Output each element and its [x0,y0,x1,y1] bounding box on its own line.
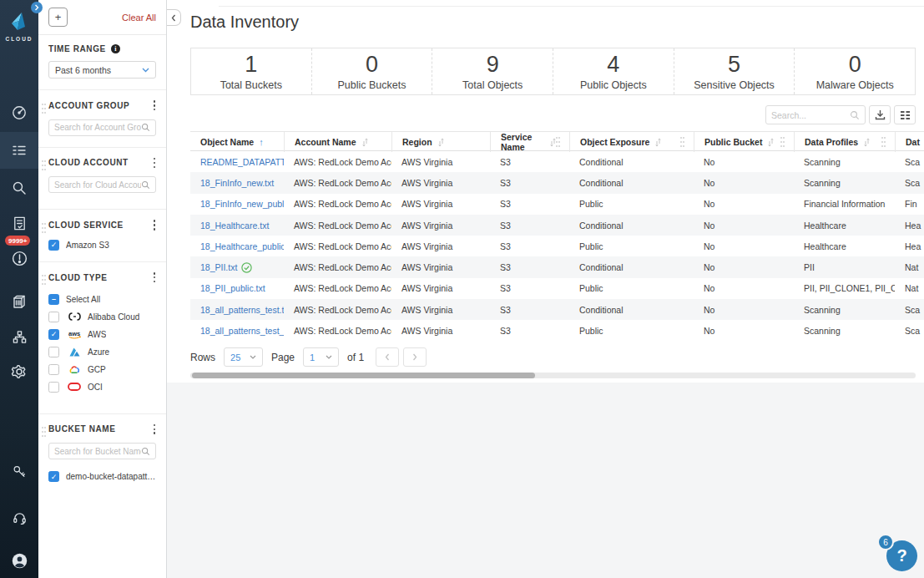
drag-handle-icon[interactable] [41,160,46,172]
table-cell: S3 [490,256,569,277]
drag-handle-icon[interactable] [41,102,46,114]
sidebar-item-support[interactable] [0,502,38,534]
gcp-label: GCP [88,365,106,374]
filter-panel-collapse-button[interactable] [167,9,181,26]
column-header-public-bucket[interactable]: Public Bucket [694,132,794,152]
investigate-search-icon [11,180,28,196]
column-header-service-name[interactable]: Service Name [490,132,569,152]
kebab-menu-icon[interactable] [153,423,157,436]
sort-ascending-icon: ↑ [259,137,264,147]
search-icon [850,110,860,120]
table-cell: S3 [490,215,569,236]
object-name-link[interactable]: 18_all_patterns_test.txt [200,305,284,315]
clear-all-filters-button[interactable]: Clear All [122,13,156,23]
sidebar-item-investigate[interactable] [0,172,38,204]
column-header-object-name[interactable]: Object Name↑ [190,132,284,152]
horizontal-scrollbar-thumb[interactable] [192,373,535,378]
aws-checkbox[interactable] [48,329,59,340]
column-header-data-profiles[interactable]: Data Profiles [794,132,895,152]
page-select[interactable]: 1 [303,347,339,367]
column-header-account-name[interactable]: Account Name [284,132,391,152]
drag-handle-icon[interactable] [41,274,46,286]
table-row: 18_Healthcare.txtAWS: RedLock Demo Acc..… [190,215,924,236]
sidebar-item-profile[interactable] [0,545,38,576]
sidebar-item-asset-inventory[interactable] [0,286,38,317]
object-name-link[interactable]: 18_PII_public.txt [200,283,265,293]
sort-updown-icon [655,138,661,147]
table-row: 18_all_patterns_test_publ...AWS: RedLock… [190,320,924,341]
bucket-name-search-input[interactable] [54,447,141,456]
cloud-account-search-input[interactable] [54,180,141,190]
column-header-object-exposure[interactable]: Object Exposure [569,132,694,152]
sidebar-item-compliance[interactable] [0,207,38,239]
bucket-checkbox[interactable] [48,471,59,482]
drag-handle-icon[interactable] [41,221,46,234]
object-name-link[interactable]: 18_Healthcare_public.txt [200,241,284,251]
time-range-select[interactable]: Past 6 months [48,61,156,79]
table-cell: AWS Virginia [391,215,490,236]
bucket-name-title: BUCKET NAME [48,424,116,434]
cloud-type-section: CLOUD TYPE Select All Alibaba Cloud aws [38,262,166,414]
kebab-menu-icon[interactable] [153,99,157,112]
question-mark-icon: ? [896,546,906,565]
sort-updown-icon [768,138,774,147]
search-icon [141,447,150,456]
column-drag-handle-icon[interactable] [556,136,561,149]
amazon-s3-label: Amazon S3 [66,241,109,250]
sidebar-item-inventory-active[interactable] [0,132,38,169]
object-name-link[interactable]: 18_FinInfo_new.txt [200,178,274,188]
account-group-search-input[interactable] [54,123,141,132]
table-cell: AWS: RedLock Demo Acc... [284,215,391,236]
object-name-cell: README_DATAPATTER... [190,151,284,172]
azure-checkbox[interactable] [48,347,59,357]
column-drag-handle-icon[interactable] [680,136,685,149]
select-all-checkbox[interactable] [48,294,59,305]
add-filter-button[interactable]: + [48,8,68,27]
amazon-s3-checkbox[interactable] [48,240,59,251]
download-button[interactable] [869,105,891,124]
alibaba-cloud-checkbox[interactable] [48,312,59,322]
sidebar-item-access-keys[interactable] [0,456,38,488]
column-settings-button[interactable] [894,105,916,124]
table-search-input[interactable] [771,110,850,120]
oci-checkbox[interactable] [48,382,59,393]
column-drag-handle-icon[interactable] [780,136,785,149]
table-cell: No [694,215,794,236]
object-name-cell: 18_Healthcare.txt [190,215,284,236]
sidebar-item-settings[interactable] [0,356,38,388]
object-name-cell: 18_all_patterns_test_publ... [190,320,284,341]
object-name-link[interactable]: 18_Healthcare.txt [200,221,269,231]
object-name-link[interactable]: 18_all_patterns_test_publ... [200,326,284,336]
next-page-button[interactable] [403,347,427,367]
kebab-menu-icon[interactable] [153,157,157,170]
table-cell: Hea [895,236,924,256]
table-cell: AWS Virginia [391,236,490,256]
table-cell: Sca [895,151,924,172]
table-cell: Scanning [794,151,895,172]
stat-public-objects: 4 Public Objects [553,48,674,94]
object-name-link[interactable]: 18_PII.txt [200,262,237,272]
app-sidebar: CLOUD [0,0,38,578]
table-cell: Nat [895,278,924,299]
stat-total-objects: 9 Total Objects [432,48,553,94]
sidebar-item-network[interactable] [0,321,38,352]
rows-per-page-select[interactable]: 25 [224,347,263,367]
sidebar-expand-button[interactable] [31,2,43,13]
gcp-checkbox[interactable] [48,364,59,375]
column-header-region[interactable]: Region [391,132,490,152]
sidebar-item-dashboard[interactable] [0,97,38,129]
kebab-menu-icon[interactable] [153,271,157,284]
previous-page-button[interactable] [376,347,399,367]
sidebar-item-alerts[interactable]: 9999+ [0,242,38,274]
horizontal-scrollbar-track[interactable] [190,373,916,378]
help-notification-badge: 6 [877,534,894,550]
policies-list-icon [11,142,28,159]
object-name-link[interactable]: README_DATAPATTER... [200,157,284,167]
kebab-menu-icon[interactable] [153,219,157,231]
column-drag-handle-icon[interactable] [881,136,886,149]
column-header-dat[interactable]: Dat [895,132,924,152]
drag-handle-icon[interactable] [41,426,46,439]
object-name-link[interactable]: 18_FinInfo_new_public.txt [200,199,284,209]
table-cell: No [694,151,794,172]
cloud-type-title: CLOUD TYPE [48,273,107,282]
